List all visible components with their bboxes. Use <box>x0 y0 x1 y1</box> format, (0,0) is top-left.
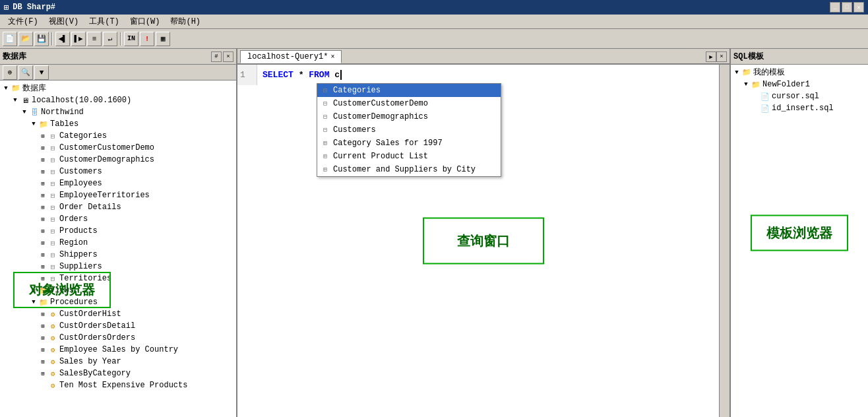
maximize-button[interactable]: □ <box>842 2 852 13</box>
tree-custordersorders[interactable]: ⊞ ⚙ CustOrdersOrders <box>1 332 235 344</box>
menu-file[interactable]: 文件(F) <box>3 15 44 28</box>
ac-item-customercustomerdemo[interactable]: ⊟ CustomerCustomerDemo <box>317 97 501 110</box>
query-area: 1 SELECT * FROM c ⊟ Categories ⊟ Custome… <box>237 65 729 417</box>
expand-employeesales[interactable]: ⊞ <box>38 345 47 354</box>
ac-item-customers[interactable]: ⊟ Customers <box>317 123 501 137</box>
menu-tools[interactable]: 工具(T) <box>84 15 125 28</box>
expand-suppliers[interactable]: ⊞ <box>38 262 47 271</box>
ac-item-categories[interactable]: ⊟ Categories <box>317 84 501 97</box>
db-add-button[interactable]: ⊕ <box>3 65 17 80</box>
expand-categories[interactable]: ⊞ <box>38 131 47 141</box>
expand-salesbycategory[interactable]: ⊞ <box>38 369 47 378</box>
expand-custordersorders[interactable]: ⊞ <box>38 333 47 342</box>
tab-close-button[interactable]: × <box>330 53 334 61</box>
ac-item-currentproductlist[interactable]: ⊞ Current Product List <box>317 150 501 163</box>
ac-item-customersuppliersbycity[interactable]: ⊞ Customer and Suppliers by City <box>317 163 501 176</box>
execute-button[interactable]: ! <box>140 32 154 46</box>
open-button[interactable]: 📂 <box>18 32 33 46</box>
expand-idinsertsql[interactable] <box>751 104 760 113</box>
center-panel: localhost-Query1* × ▶ × 1 SELECT * FROM … <box>237 49 729 417</box>
expand-shippers[interactable]: ⊞ <box>38 250 47 259</box>
align-left-button[interactable]: ◀▌ <box>55 32 70 46</box>
idinsertsql-icon: 📄 <box>760 103 770 113</box>
minimize-button[interactable]: _ <box>830 2 840 13</box>
tree-root[interactable]: ▼ 📁 数据库 <box>1 82 235 94</box>
ac-item-customerdemographics[interactable]: ⊟ CustomerDemographics <box>317 110 501 123</box>
proc-icon-sby: ⚙ <box>47 356 58 367</box>
db-search-button[interactable]: 🔍 <box>18 65 33 80</box>
right-panel-title: SQL模板 <box>733 51 764 62</box>
expand-cursorsql[interactable] <box>751 92 760 101</box>
tree-suppliers[interactable]: ⊞ ⊟ Suppliers <box>1 261 235 273</box>
tree-categories[interactable]: ⊞ ⊟ Categories <box>1 130 235 142</box>
expand-orders[interactable]: ⊞ <box>38 214 47 224</box>
ac-item-categorysales[interactable]: ⊞ Category Sales for 1997 <box>317 137 501 150</box>
tree-mytemplate[interactable]: ▼ 📁 我的模板 <box>732 66 867 79</box>
tree-customers[interactable]: ⊞ ⊟ Customers <box>1 166 235 177</box>
grid-button[interactable]: ▦ <box>156 32 170 46</box>
indent-button[interactable]: ↵ <box>103 32 117 46</box>
new-button[interactable]: 📄 <box>3 32 17 46</box>
expand-products[interactable]: ⊞ <box>38 226 47 236</box>
expand-localhost[interactable]: ▼ <box>11 96 20 105</box>
query-scrollbar[interactable] <box>719 65 729 417</box>
expand-customercustomerdemo[interactable]: ⊞ <box>38 143 47 152</box>
tree-shippers[interactable]: ⊞ ⊟ Shippers <box>1 249 235 261</box>
tree-northwind[interactable]: ▼ 🗄 Northwind <box>1 106 235 118</box>
tree-custordersdetail[interactable]: ⊞ ⚙ CustOrdersDetail <box>1 320 235 332</box>
menu-window[interactable]: 窗口(W) <box>125 15 166 28</box>
expand-newfolder1[interactable]: ▼ <box>741 80 751 89</box>
expand-custorderhist[interactable]: ⊞ <box>38 309 47 319</box>
menu-view[interactable]: 视图(V) <box>44 15 84 28</box>
proc-icon-sbc: ⚙ <box>47 368 58 379</box>
tree-orders[interactable]: ⊞ ⊟ Orders <box>1 213 235 225</box>
tree-employeeterritories[interactable]: ⊞ ⊟ EmployeeTerritories <box>1 189 235 201</box>
expand-custordersdetail[interactable]: ⊞ <box>38 321 47 331</box>
expand-orderdetails[interactable]: ⊞ <box>38 203 47 212</box>
tree-customercustomerdemo[interactable]: ⊞ ⊟ CustomerCustomerDemo <box>1 142 235 154</box>
pin-button[interactable]: # <box>211 51 222 62</box>
align-right-button[interactable]: ▌▶ <box>71 32 86 46</box>
tree-newfolder1[interactable]: ▼ 📁 NewFolder1 <box>732 79 867 90</box>
tab-scroll-right[interactable]: ▶ <box>706 51 716 62</box>
expand-salesbyyear[interactable]: ⊞ <box>38 357 47 366</box>
menu-help[interactable]: 帮助(H) <box>165 15 206 28</box>
tree-localhost[interactable]: ▼ 🖥 localhost(10.00.1600) <box>1 94 235 106</box>
in-button[interactable]: IN <box>124 32 139 46</box>
tree-salesbycategory[interactable]: ⊞ ⚙ SalesByCategory <box>1 368 235 379</box>
tree-employeesales[interactable]: ⊞ ⚙ Employee Sales by Country <box>1 344 235 356</box>
tree-label-root: 数据库 <box>22 82 46 94</box>
panel-close-button[interactable]: × <box>223 51 233 62</box>
expand-northwind[interactable]: ▼ <box>20 108 29 117</box>
tab-close-all[interactable]: × <box>716 51 727 62</box>
tree-products[interactable]: ⊞ ⊟ Products <box>1 225 235 237</box>
query-tab-1[interactable]: localhost-Query1* × <box>240 50 342 63</box>
expand-employeeterritories[interactable]: ⊞ <box>38 191 47 200</box>
tree-salesbyyear[interactable]: ⊞ ⚙ Sales by Year <box>1 356 235 368</box>
tree-idinsertsql[interactable]: 📄 id_insert.sql <box>732 102 867 114</box>
tree-employees[interactable]: ⊞ ⊟ Employees <box>1 177 235 189</box>
expand-region[interactable]: ⊞ <box>38 238 47 247</box>
tree-cursorsql[interactable]: 📄 cursor.sql <box>732 90 867 102</box>
db-filter-button[interactable]: ▼ <box>34 65 49 80</box>
table-icon-od: ⊟ <box>47 202 58 212</box>
tree-orderdetails[interactable]: ⊞ ⊟ Order Details <box>1 201 235 213</box>
expand-root[interactable]: ▼ <box>1 84 11 93</box>
expand-employees[interactable]: ⊞ <box>38 179 47 188</box>
save-button[interactable]: 💾 <box>34 32 49 46</box>
tree-region[interactable]: ⊞ ⊟ Region <box>1 237 235 249</box>
expand-mytemplate[interactable]: ▼ <box>732 68 741 77</box>
proc-icon-coo: ⚙ <box>47 333 58 343</box>
expand-customerdemographics[interactable]: ⊞ <box>38 155 47 164</box>
ac-label-categorysales: Category Sales for 1997 <box>333 139 443 148</box>
tree-label-tenmostexpensive: Ten Most Expensive Products <box>59 381 187 390</box>
expand-tenmostexpensive[interactable] <box>38 381 47 390</box>
expand-tables[interactable]: ▼ <box>29 119 38 129</box>
close-button[interactable]: ✕ <box>853 2 864 13</box>
tree-tenmostexpensive[interactable]: ⚙ Ten Most Expensive Products <box>1 379 235 391</box>
tree-custorderhist[interactable]: ⊞ ⚙ CustOrderHist <box>1 308 235 320</box>
tree-customerdemographics[interactable]: ⊞ ⊟ CustomerDemographics <box>1 154 235 166</box>
expand-customers[interactable]: ⊞ <box>38 167 47 176</box>
align-center-button[interactable]: ≡ <box>87 32 102 46</box>
tree-tables[interactable]: ▼ 📁 Tables <box>1 118 235 130</box>
